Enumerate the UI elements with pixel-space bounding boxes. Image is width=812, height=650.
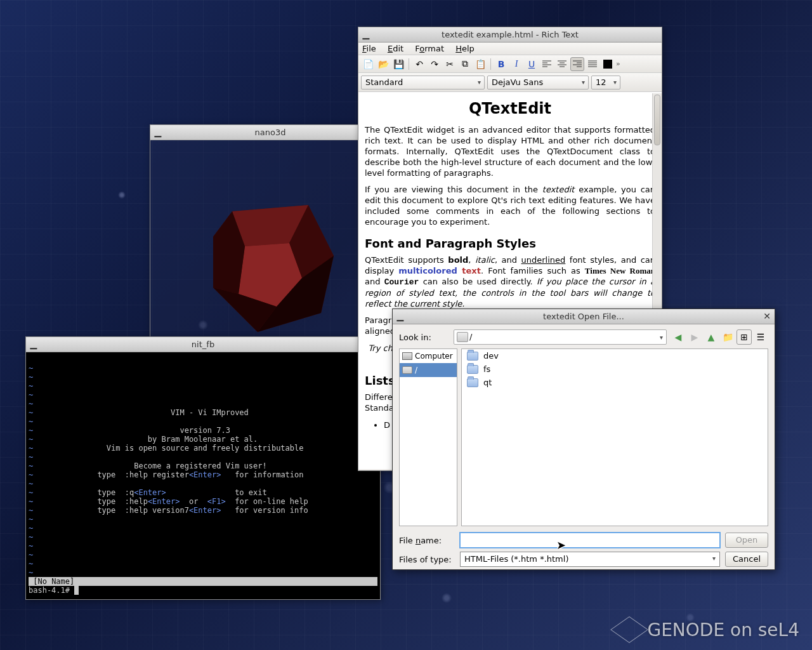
dialog-title-text: textedit Open File... — [543, 312, 624, 321]
open-file-dialog[interactable]: ▁ textedit Open File... ✕ Look in: / ◀ ▶… — [392, 308, 775, 570]
folder-icon — [467, 352, 478, 361]
bold-icon[interactable]: B — [494, 57, 508, 71]
doc-paragraph: QTextEdit supports bold, italic, and und… — [365, 255, 655, 309]
filename-label: File name: — [399, 536, 455, 545]
toolbar-separator — [490, 58, 491, 70]
doc-subheading: Font and Paragraph Styles — [365, 237, 655, 250]
new-folder-icon[interactable]: 📁 — [720, 329, 735, 345]
redo-icon[interactable]: ↷ — [428, 57, 442, 71]
underline-icon[interactable]: U — [525, 57, 539, 71]
italic-icon[interactable]: I — [509, 57, 523, 71]
toolbar-separator — [409, 58, 409, 70]
drive-icon — [402, 366, 412, 374]
vim-statusline: [No Name] — [29, 577, 377, 586]
textedit-titlebar[interactable]: ▁ textedit example.html - Rich Text — [358, 27, 662, 43]
toolbar: 📄 📂 💾 ↶ ↷ ✂ ⧉ 📋 B I U » — [358, 55, 662, 73]
menubar[interactable]: File Edit Format Help — [358, 43, 662, 55]
places-root[interactable]: / — [400, 363, 457, 377]
open-button[interactable]: Open — [725, 533, 768, 548]
doc-heading: QTextEdit — [365, 100, 655, 117]
menu-help[interactable]: Help — [455, 44, 475, 53]
scrollbar-thumb[interactable] — [654, 95, 660, 145]
detail-view-icon[interactable]: ☰ — [753, 329, 768, 345]
cut-icon[interactable]: ✂ — [443, 57, 457, 71]
undo-icon[interactable]: ↶ — [412, 57, 426, 71]
file-list[interactable]: dev fs qt — [461, 348, 768, 526]
list-view-icon[interactable]: ⊞ — [737, 329, 752, 345]
doc-paragraph: The QTextEdit widget is an advanced edit… — [365, 125, 655, 178]
toolbar-overflow-icon[interactable]: » — [616, 60, 620, 68]
terminal-titlebar[interactable]: ▁ nit_fb — [26, 337, 380, 352]
minimize-icon[interactable]: ▁ — [395, 312, 405, 322]
align-left-icon[interactable] — [540, 57, 554, 71]
menu-file[interactable]: File — [362, 44, 376, 53]
dialog-titlebar[interactable]: ▁ textedit Open File... ✕ — [393, 309, 775, 324]
save-file-icon[interactable]: 💾 — [391, 57, 405, 71]
genode-logo-icon — [611, 616, 649, 643]
open-file-icon[interactable]: 📂 — [376, 57, 390, 71]
align-center-icon[interactable] — [555, 57, 569, 71]
paragraph-style-select[interactable]: Standard — [361, 76, 485, 90]
places-sidebar[interactable]: Computer / — [399, 348, 457, 526]
shell-prompt: bash-4.1# — [29, 586, 74, 595]
close-icon[interactable]: ✕ — [762, 312, 772, 322]
minimize-icon[interactable]: ▁ — [361, 30, 371, 40]
forward-icon[interactable]: ▶ — [687, 329, 702, 345]
menu-format[interactable]: Format — [415, 44, 444, 53]
terminal-title-text: nit_fb — [192, 340, 214, 349]
list-item[interactable]: dev — [462, 349, 768, 362]
new-file-icon[interactable]: 📄 — [361, 57, 375, 71]
parent-folder-icon[interactable]: ▲ — [704, 329, 719, 345]
doc-paragraph: If you are viewing this document in the … — [365, 185, 655, 228]
nano3d-titlebar[interactable]: ▁ nano3d — [150, 125, 390, 140]
font-size-select[interactable]: 12 — [591, 76, 620, 90]
filename-input[interactable] — [460, 533, 720, 548]
font-family-select[interactable]: DejaVu Sans — [487, 76, 589, 90]
terminal-window[interactable]: ▁ nit_fb ~ ~ ~ ~ ~ ~ VIM - Vi IMproved ~… — [25, 336, 381, 600]
path-select[interactable]: / — [454, 329, 667, 345]
filetype-select[interactable]: HTML-Files (*.htm *.html) — [460, 552, 720, 567]
list-item[interactable]: qt — [462, 376, 768, 389]
folder-icon — [467, 378, 478, 387]
paste-icon[interactable]: 📋 — [473, 57, 487, 71]
minimize-icon[interactable]: ▁ — [29, 340, 39, 350]
cancel-button[interactable]: Cancel — [725, 552, 768, 567]
align-right-icon[interactable] — [570, 57, 584, 71]
copy-icon[interactable]: ⧉ — [458, 57, 472, 71]
places-computer[interactable]: Computer — [400, 349, 457, 363]
list-item[interactable]: fs — [462, 362, 768, 376]
computer-icon — [402, 352, 412, 360]
filetype-label: Files of type: — [399, 555, 455, 564]
lookin-label: Look in: — [399, 333, 450, 342]
textedit-title-text: textedit example.html - Rich Text — [442, 30, 579, 39]
align-justify-icon[interactable] — [586, 57, 599, 71]
folder-icon — [467, 365, 478, 374]
nano3d-title-text: nano3d — [255, 128, 286, 137]
font-toolbar: Standard DejaVu Sans 12 — [358, 73, 662, 92]
desktop-watermark: GENODE on seL4 — [618, 618, 799, 641]
terminal-content[interactable]: ~ ~ ~ ~ ~ ~ VIM - Vi IMproved ~ ~ versio… — [26, 352, 380, 599]
menu-edit[interactable]: Edit — [388, 44, 403, 53]
polyhedron-icon — [188, 180, 353, 345]
text-color-icon[interactable] — [601, 57, 615, 71]
minimize-icon[interactable]: ▁ — [153, 128, 163, 138]
back-icon[interactable]: ◀ — [671, 329, 686, 345]
